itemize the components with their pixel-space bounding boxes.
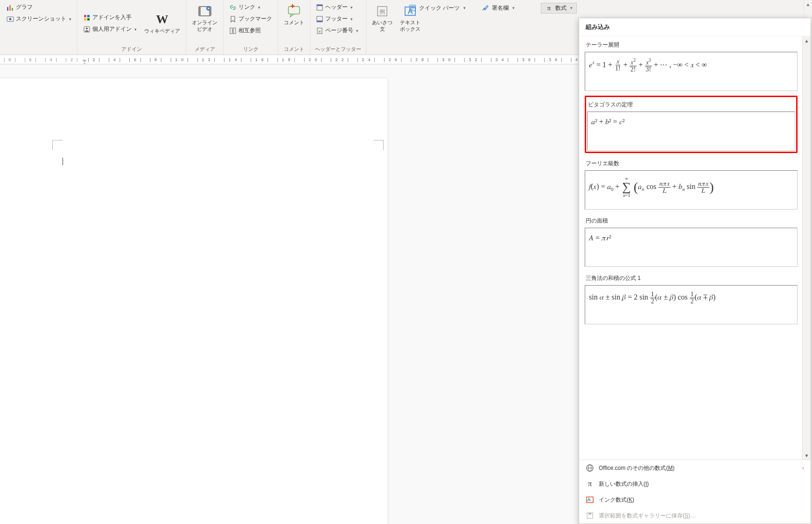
equation-button[interactable]: π 数式 ▾ bbox=[541, 3, 577, 14]
ribbon-group-addins: アドインを入手 個人用アドイン ▾ W ウィキペディア アドイン bbox=[77, 0, 186, 55]
chevron-down-icon: ▾ bbox=[350, 17, 353, 21]
chevron-down-icon: ▾ bbox=[134, 27, 137, 32]
gallery-item-trig-1[interactable]: 三角法の和積の公式 1 sin 𝛼 ± sin 𝛽 = 2 sin 12(𝛼 ±… bbox=[585, 272, 798, 324]
svg-rect-21 bbox=[317, 5, 322, 6]
ribbon-group-comment: コメント コメント bbox=[278, 0, 310, 55]
crossref-icon bbox=[229, 27, 237, 35]
svg-rect-8 bbox=[87, 18, 90, 21]
my-addins-button[interactable]: 個人用アドイン ▾ bbox=[80, 24, 140, 35]
link-label: リンク bbox=[238, 3, 255, 11]
comment-group-label: コメント bbox=[281, 45, 307, 54]
chart-icon bbox=[7, 4, 14, 11]
insert-new-equation[interactable]: π 新しい数式の挿入(I) bbox=[579, 476, 811, 492]
svg-rect-41 bbox=[588, 513, 591, 515]
video-icon bbox=[197, 4, 212, 19]
chevron-right-icon: › bbox=[802, 465, 804, 471]
gallery-item-formula: 𝑓(𝑥) = 𝑎0 + ∞∑𝑛=1 (𝑎𝑛 cos 𝑛𝜋𝑥𝐿 + 𝑏𝑛 sin … bbox=[585, 170, 798, 210]
my-addins-label: 個人用アドイン bbox=[92, 25, 132, 33]
header-icon bbox=[316, 4, 323, 11]
graph-button[interactable]: グラフ bbox=[4, 2, 74, 13]
signature-label: 署名欄 bbox=[492, 4, 509, 12]
online-video-button[interactable]: オンライン ビデオ bbox=[189, 2, 220, 35]
quick-parts-button[interactable]: クイック パーツ ▾ bbox=[405, 3, 469, 13]
ribbon-group-links: リンク ▾ ブックマーク 相互参照 リンク bbox=[224, 0, 278, 55]
scroll-up-icon[interactable]: ▲ bbox=[805, 1, 812, 8]
footer-button[interactable]: フッター ▾ bbox=[313, 14, 361, 24]
store-icon bbox=[83, 14, 91, 21]
bookmark-icon bbox=[229, 15, 237, 23]
wikipedia-button[interactable]: W ウィキペディア bbox=[141, 10, 183, 36]
svg-rect-13 bbox=[199, 7, 201, 16]
svg-rect-6 bbox=[87, 15, 90, 17]
chevron-down-icon: ▾ bbox=[512, 6, 515, 10]
links-group-label: リンク bbox=[226, 45, 275, 54]
gallery-inner: テーラー展開 𝑒𝑥 = 1 + 𝑥1! + 𝑥22! + 𝑥33! + ⋯ , … bbox=[579, 36, 801, 460]
save-to-gallery: 選択範囲を数式ギャラリーに保存(S)… bbox=[579, 508, 811, 524]
gallery-item-formula: 𝑒𝑥 = 1 + 𝑥1! + 𝑥22! + 𝑥33! + ⋯ , −∞ < 𝑥 … bbox=[585, 52, 798, 91]
gallery-item-pythagoras[interactable]: ピタゴラスの定理 𝑎² + 𝑏² = 𝑐² bbox=[585, 96, 798, 153]
gallery-item-fourier[interactable]: フーリエ級数 𝑓(𝑥) = 𝑎0 + ∞∑𝑛=1 (𝑎𝑛 cos 𝑛𝜋𝑥𝐿 + … bbox=[585, 157, 798, 210]
signature-button[interactable]: 署名欄 ▾ bbox=[478, 3, 518, 13]
screenshot-icon bbox=[7, 15, 14, 23]
personal-addins-icon bbox=[83, 26, 91, 33]
svg-point-4 bbox=[9, 18, 12, 20]
media-group-label: メディア bbox=[189, 45, 220, 54]
gallery-item-title: 三角法の和積の公式 1 bbox=[585, 272, 798, 285]
addins-group-label: アドイン bbox=[80, 45, 183, 54]
svg-text:例: 例 bbox=[379, 8, 385, 15]
chevron-down-icon: ▾ bbox=[350, 5, 353, 10]
bookmark-label: ブックマーク bbox=[238, 15, 272, 23]
hf-group-label: ヘッダーとフッター bbox=[313, 45, 363, 54]
svg-text:#: # bbox=[319, 29, 321, 34]
svg-rect-1 bbox=[9, 5, 11, 11]
header-label: ヘッダー bbox=[325, 3, 348, 11]
quick-parts-label: クイック パーツ bbox=[419, 4, 460, 12]
crossref-button[interactable]: 相互参照 bbox=[226, 25, 275, 36]
document-page[interactable] bbox=[0, 78, 387, 524]
svg-rect-14 bbox=[209, 7, 211, 16]
textbox-label: テキスト ボックス bbox=[400, 20, 420, 33]
text-cursor bbox=[63, 158, 63, 165]
wikipedia-icon: W bbox=[155, 12, 170, 27]
office-more-equations[interactable]: Office.com のその他の数式(M) › bbox=[579, 460, 811, 476]
chevron-down-icon: ▾ bbox=[570, 6, 573, 10]
ribbon-group-header-footer: ヘッダー ▾ フッター ▾ # ページ番号 ▾ bbox=[310, 0, 366, 55]
gallery-scroll: テーラー展開 𝑒𝑥 = 1 + 𝑥1! + 𝑥22! + 𝑥33! + ⋯ , … bbox=[579, 36, 811, 460]
ribbon-group-illustrations-partial: グラフ スクリーンショット ▾ bbox=[1, 0, 77, 55]
ribbon-group-media: オンライン ビデオ メディア bbox=[186, 0, 224, 55]
greeting-button[interactable]: 例 あいさつ 文 bbox=[369, 2, 395, 35]
quick-parts-icon bbox=[409, 4, 416, 12]
chevron-down-icon: ▾ bbox=[258, 5, 260, 10]
ink-equation[interactable]: インク数式(K) bbox=[579, 492, 811, 508]
link-button[interactable]: リンク ▾ bbox=[226, 2, 275, 13]
gallery-item-title: 円の面積 bbox=[585, 214, 798, 228]
gallery-footer: Office.com のその他の数式(M) › π 新しい数式の挿入(I) イン… bbox=[579, 460, 811, 524]
save-icon bbox=[586, 511, 594, 520]
comment-button[interactable]: コメント bbox=[281, 2, 307, 28]
get-addins-button[interactable]: アドインを入手 bbox=[80, 12, 140, 23]
header-button[interactable]: ヘッダー ▾ bbox=[313, 2, 361, 13]
page-number-button[interactable]: # ページ番号 ▾ bbox=[313, 25, 361, 36]
svg-rect-5 bbox=[84, 15, 86, 17]
group-label-blank bbox=[4, 46, 74, 54]
footer-label: フッター bbox=[325, 15, 348, 23]
gallery-item-circle-area[interactable]: 円の面積 𝐴 = 𝜋𝑟² bbox=[585, 214, 798, 267]
gallery-title: 組み込み bbox=[579, 18, 811, 36]
ink-equation-icon bbox=[586, 496, 594, 504]
scroll-up-icon[interactable]: ▲ bbox=[804, 37, 810, 44]
gallery-item-taylor[interactable]: テーラー展開 𝑒𝑥 = 1 + 𝑥1! + 𝑥22! + 𝑥33! + ⋯ , … bbox=[585, 38, 798, 91]
comment-label: コメント bbox=[284, 20, 304, 26]
gallery-item-title: テーラー展開 bbox=[585, 38, 798, 52]
greeting-label: あいさつ 文 bbox=[372, 20, 392, 33]
globe-icon bbox=[586, 464, 594, 472]
screenshot-button[interactable]: スクリーンショット ▾ bbox=[4, 14, 74, 24]
svg-rect-17 bbox=[288, 7, 300, 14]
gallery-scrollbar[interactable]: ▲ ▼ bbox=[802, 36, 811, 460]
graph-label: グラフ bbox=[16, 3, 33, 11]
gallery-item-title: フーリエ級数 bbox=[585, 157, 798, 170]
gallery-item-formula: 𝑎² + 𝑏² = 𝑐² bbox=[587, 112, 795, 151]
bookmark-button[interactable]: ブックマーク bbox=[226, 14, 275, 24]
svg-rect-15 bbox=[230, 28, 232, 34]
screenshot-label: スクリーンショット bbox=[16, 15, 66, 23]
scroll-down-icon[interactable]: ▼ bbox=[804, 452, 810, 459]
